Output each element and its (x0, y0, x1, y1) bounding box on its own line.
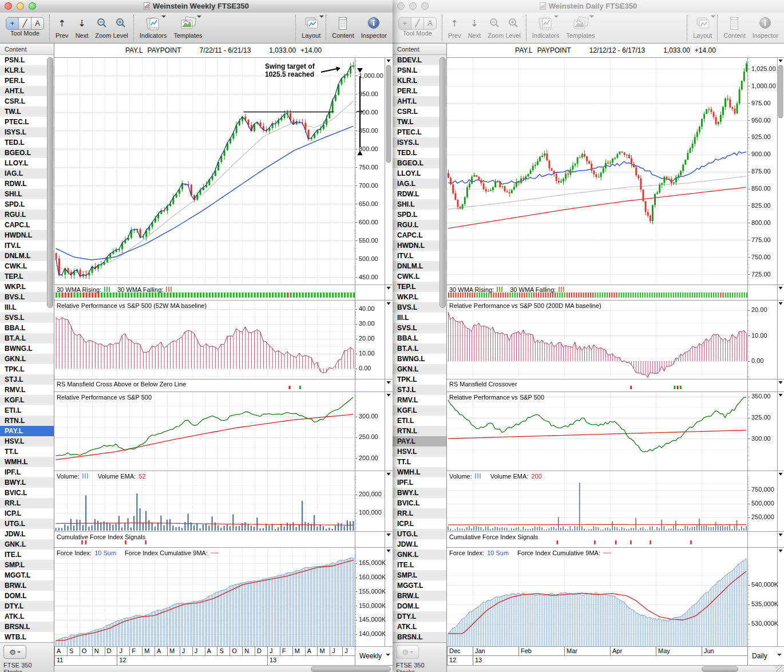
horizontal-scrollbar[interactable] (447, 665, 784, 672)
ticker-item-gnk-l[interactable]: GNK.L (0, 539, 54, 550)
sidebar-scrollbar-thumb[interactable] (47, 57, 53, 308)
ticker-item-klr-l[interactable]: KLR.L (393, 76, 446, 86)
ticker-item-brsn-l[interactable]: BRSN.L (0, 622, 54, 632)
ticker-item-bba-l[interactable]: BBA.L (393, 333, 446, 343)
ticker-item-kgf-l[interactable]: KGF.L (393, 405, 446, 416)
ticker-item-rtn-l[interactable]: RTN.L (0, 416, 54, 426)
ticker-item-rr-l[interactable]: RR.L (0, 498, 54, 508)
ticker-item-gkn-l[interactable]: GKN.L (0, 354, 54, 364)
ticker-item-psn-l[interactable]: PSN.L (393, 65, 446, 76)
sidebar-scrollbar-thumb[interactable] (439, 57, 446, 308)
zoom-in-icon[interactable] (115, 17, 127, 29)
period-selector[interactable]: Daily (747, 647, 784, 665)
ticker-item-bvic-l[interactable]: BVIC.L (0, 488, 54, 498)
ticker-item-aht-l[interactable]: AHT.L (0, 86, 54, 96)
ticker-item-jdw-l[interactable]: JDW.L (393, 539, 446, 550)
ticker-item-rtn-l[interactable]: RTN.L (393, 426, 446, 436)
ticker-item-iii-l[interactable]: III.L (0, 302, 54, 313)
inspector-icon[interactable] (366, 15, 381, 31)
ticker-item-ite-l[interactable]: ITE.L (393, 560, 446, 570)
ticker-item-mggt-l[interactable]: MGGT.L (393, 580, 446, 591)
ticker-item-tw-l[interactable]: TW.L (393, 117, 446, 127)
ticker-item-jdw-l[interactable]: JDW.L (0, 529, 54, 539)
ticker-item-ipf-l[interactable]: IPF.L (393, 477, 446, 488)
ticker-item-psn-l[interactable]: PSN.L (0, 55, 54, 65)
next-icon[interactable]: ⇣ (78, 15, 86, 31)
zoom-out-icon[interactable] (96, 17, 108, 29)
ticker-item-rdw-l[interactable]: RDW.L (0, 179, 54, 189)
ticker-item-pay-l[interactable]: PAY.L (393, 436, 446, 446)
ticker-item-tt-l[interactable]: TT.L (0, 446, 54, 457)
ticker-item-cwk-l[interactable]: CWK.L (393, 271, 446, 282)
ticker-item-bvs-l[interactable]: BVS.L (393, 302, 446, 313)
ticker-item-hsv-l[interactable]: HSV.L (0, 436, 54, 446)
ticker-item-ipf-l[interactable]: IPF.L (0, 467, 54, 477)
ticker-item-icp-l[interactable]: ICP.L (0, 508, 54, 519)
ticker-item-tpk-l[interactable]: TPK.L (0, 364, 54, 374)
next-icon[interactable]: ⇣ (471, 15, 478, 31)
ticker-item-gnk-l[interactable]: GNK.L (393, 550, 446, 560)
ticker-item-smp-l[interactable]: SMP.L (393, 570, 446, 580)
ticker-item-lloy-l[interactable]: LLOY.L (393, 168, 446, 179)
ticker-item-smp-l[interactable]: SMP.L (0, 560, 54, 570)
ticker-list[interactable]: PSN.LKLR.LPER.LAHT.LCSR.LTW.LPTEC.LISYS.… (0, 55, 54, 642)
resize-grip[interactable] (776, 666, 784, 672)
ticker-item-shi-l[interactable]: SHI.L (0, 189, 54, 199)
ticker-item-itv-l[interactable]: ITV.L (0, 240, 54, 251)
ticker-item-itv-l[interactable]: ITV.L (393, 251, 446, 261)
ticker-item-iag-l[interactable]: IAG.L (393, 179, 446, 189)
ticker-item-wkp-l[interactable]: WKP.L (393, 292, 446, 302)
line-tool-button[interactable]: ╱ (19, 18, 31, 29)
prev-icon[interactable]: ⇡ (58, 15, 66, 31)
ticker-item-bvic-l[interactable]: BVIC.L (393, 498, 446, 508)
ticker-item-bwy-l[interactable]: BWY.L (0, 477, 54, 488)
ticker-item-pay-l[interactable]: PAY.L (0, 426, 54, 436)
ticker-item-bt-a-l[interactable]: BT.A.L (393, 343, 446, 354)
ticker-item-bgeo-l[interactable]: BGEO.L (0, 148, 54, 158)
ticker-item-hwdn-l[interactable]: HWDN.L (393, 240, 446, 251)
tool-mode-segmented[interactable]: + ╱ A (6, 17, 44, 30)
text-tool-button[interactable]: A (31, 18, 43, 29)
crosshair-tool-button[interactable]: + (6, 18, 19, 29)
ticker-item-ptec-l[interactable]: PTEC.L (393, 127, 446, 137)
ticker-item-brw-l[interactable]: BRW.L (393, 591, 446, 601)
templates-icon[interactable] (572, 15, 590, 31)
ticker-item-kgf-l[interactable]: KGF.L (0, 395, 54, 405)
ticker-item-bwng-l[interactable]: BWNG.L (393, 354, 446, 364)
ticker-item-tpk-l[interactable]: TPK.L (393, 374, 446, 385)
ticker-item-eti-l[interactable]: ETI.L (393, 416, 446, 426)
layout-icon[interactable] (303, 15, 320, 31)
ticker-item-atk-l[interactable]: ATK.L (393, 622, 446, 632)
ticker-item-capc-l[interactable]: CAPC.L (0, 220, 54, 230)
titlebar[interactable]: Weinstein Weekly FTSE350 (0, 0, 393, 13)
ticker-item-per-l[interactable]: PER.L (0, 76, 54, 86)
ticker-item-dnlm-l[interactable]: DNLM.L (0, 251, 54, 261)
ticker-item-brw-l[interactable]: BRW.L (0, 580, 54, 591)
ticker-item-bvs-l[interactable]: BVS.L (0, 292, 54, 302)
ticker-item-hsv-l[interactable]: HSV.L (393, 446, 446, 457)
tool-mode-segmented[interactable]: + ╱ A (398, 17, 437, 30)
ticker-item-wmh-l[interactable]: WMH.L (393, 467, 446, 477)
ticker-item-iii-l[interactable]: III.L (393, 313, 446, 323)
ticker-item-atk-l[interactable]: ATK.L (0, 611, 54, 622)
ticker-item-tt-l[interactable]: TT.L (393, 457, 446, 467)
content-icon[interactable] (336, 15, 349, 31)
ticker-item-csr-l[interactable]: CSR.L (393, 106, 446, 117)
ticker-item-dty-l[interactable]: DTY.L (393, 611, 446, 622)
ticker-item-cwk-l[interactable]: CWK.L (0, 261, 54, 271)
ticker-list[interactable]: BDEV.LPSN.LKLR.LPER.LAHT.LCSR.LTW.LPTEC.… (393, 55, 446, 642)
period-selector[interactable]: Weekly (355, 647, 393, 665)
ticker-item-wmh-l[interactable]: WMH.L (0, 457, 54, 467)
ticker-item-mggt-l[interactable]: MGGT.L (0, 570, 54, 580)
ticker-item-lloy-l[interactable]: LLOY.L (0, 158, 54, 168)
ticker-item-tep-l[interactable]: TEP.L (0, 271, 54, 282)
ticker-item-wtb-l[interactable]: WTB.L (0, 632, 54, 642)
ticker-item-utg-l[interactable]: UTG.L (0, 519, 54, 529)
layout-icon[interactable] (694, 15, 711, 31)
ticker-item-stj-l[interactable]: STJ.L (393, 385, 446, 395)
ticker-item-per-l[interactable]: PER.L (393, 86, 446, 96)
ticker-item-rr-l[interactable]: RR.L (393, 508, 446, 519)
ticker-item-wkp-l[interactable]: WKP.L (0, 282, 54, 292)
ticker-item-bwy-l[interactable]: BWY.L (393, 488, 446, 498)
ticker-item-dom-l[interactable]: DOM.L (393, 601, 446, 611)
